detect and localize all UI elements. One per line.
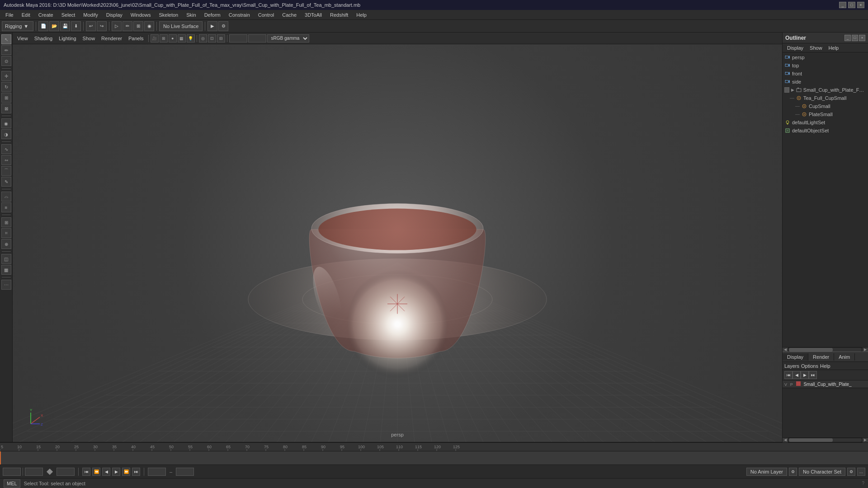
- menu-modify[interactable]: Modify: [80, 11, 101, 19]
- more-tools-button[interactable]: ⋯: [1, 280, 11, 290]
- menu-skeleton[interactable]: Skeleton: [155, 11, 182, 19]
- outliner-minimize-btn[interactable]: _: [844, 35, 851, 41]
- step-forward-button[interactable]: ⏩: [122, 468, 130, 476]
- vp-cam-btn[interactable]: 🎥: [151, 34, 159, 42]
- step-back-button[interactable]: ⏪: [92, 468, 100, 476]
- exposure-input[interactable]: 0.00: [229, 34, 247, 42]
- lasso-select-button[interactable]: ⊙: [1, 56, 11, 66]
- outliner-item-default-object-set[interactable]: defaultObjectSet: [783, 127, 868, 135]
- save-button[interactable]: 💾: [60, 21, 70, 31]
- menu-cache[interactable]: Cache: [278, 11, 300, 19]
- channel-scroll-track[interactable]: [789, 438, 862, 442]
- channel-scroll-left[interactable]: ◀: [783, 438, 788, 442]
- gamma-input[interactable]: 1.00: [248, 34, 266, 42]
- gamma-select[interactable]: sRGB gamma: [267, 34, 309, 42]
- char-set-more-btn[interactable]: …: [857, 468, 865, 476]
- import-button[interactable]: ⬇: [71, 21, 81, 31]
- minimize-button[interactable]: _: [839, 2, 846, 8]
- arc-button[interactable]: ⌓: [1, 192, 11, 202]
- outliner-item-top[interactable]: top: [783, 61, 868, 70]
- soft-mod-button[interactable]: ◉: [1, 118, 11, 128]
- vp-menu-lighting[interactable]: Lighting: [56, 35, 79, 42]
- outliner-close-btn[interactable]: ×: [859, 35, 865, 41]
- menu-edit[interactable]: Edit: [18, 11, 34, 19]
- menu-control[interactable]: Control: [255, 11, 278, 19]
- render-settings-button[interactable]: ⚙: [218, 21, 228, 31]
- menu-3dtall[interactable]: 3DToAll: [301, 11, 326, 19]
- menu-constrain[interactable]: Constrain: [225, 11, 254, 19]
- redo-button[interactable]: ↪: [97, 21, 107, 31]
- render-view-button[interactable]: ▦: [1, 265, 11, 275]
- rotate-tool-button[interactable]: ↻: [1, 82, 11, 92]
- char-set-settings-btn[interactable]: ⚙: [847, 468, 855, 476]
- bezier-button[interactable]: ⌒: [1, 166, 11, 176]
- outliner-scroll-track[interactable]: [789, 348, 862, 352]
- snap-grid-button[interactable]: ⊞: [1, 217, 11, 227]
- universal-manip-button[interactable]: ⊠: [1, 103, 11, 113]
- channel-nav-prev[interactable]: ◀: [793, 371, 801, 379]
- menu-select[interactable]: Select: [58, 11, 79, 19]
- go-to-end-button[interactable]: ⏭: [132, 468, 140, 476]
- outliner-item-tea-full-cup[interactable]: Tea_Full_CupSmall: [783, 94, 868, 102]
- menu-help[interactable]: Help: [353, 11, 370, 19]
- 3d-viewport[interactable]: persp X Y Z: [13, 44, 782, 442]
- select-tool-button[interactable]: ↖: [1, 34, 11, 44]
- outliner-scroll-thumb[interactable]: [789, 348, 833, 352]
- channel-nav-next[interactable]: ▶: [801, 371, 809, 379]
- vp-res-btn[interactable]: ⊡: [208, 34, 216, 42]
- camera-button[interactable]: ◫: [1, 254, 11, 264]
- soft-button[interactable]: ◉: [144, 21, 154, 31]
- vp-smooth-btn[interactable]: ●: [169, 34, 177, 42]
- channel-scroll-right[interactable]: ▶: [863, 438, 868, 442]
- measure-button[interactable]: ≡: [1, 202, 11, 212]
- move-tool-button[interactable]: ✛: [1, 71, 11, 81]
- range-start-input[interactable]: 1: [148, 468, 166, 476]
- range-end-input[interactable]: 200: [176, 468, 194, 476]
- channel-layers-menu[interactable]: Layers: [784, 363, 799, 369]
- live-surface-button[interactable]: No Live Surface: [159, 21, 203, 31]
- new-scene-button[interactable]: 📄: [38, 21, 48, 31]
- anim-layer-settings-btn[interactable]: ⚙: [789, 468, 797, 476]
- cv-curve-button[interactable]: ∿: [1, 144, 11, 154]
- outliner-float-btn[interactable]: □: [852, 35, 858, 41]
- vp-menu-panels[interactable]: Panels: [126, 35, 146, 42]
- channel-options-menu[interactable]: Options: [801, 363, 818, 369]
- play-back-button[interactable]: ◀: [102, 468, 110, 476]
- expand-icon-group[interactable]: ▶: [791, 88, 795, 92]
- timeline-bar[interactable]: [0, 451, 868, 465]
- render-button[interactable]: ▶: [208, 21, 217, 31]
- play-forward-button[interactable]: ▶: [112, 468, 120, 476]
- outliner-item-small-cup-group[interactable]: ▶ Small_Cup_with_Plate_Full_of_: [783, 86, 868, 94]
- mode-dropdown[interactable]: Rigging ▼: [2, 21, 33, 31]
- lasso-button[interactable]: ⊞: [133, 21, 143, 31]
- outliner-scroll-left[interactable]: ◀: [783, 347, 788, 352]
- sculpt-button[interactable]: ◑: [1, 129, 11, 139]
- outliner-item-plate-small[interactable]: PlateSmall: [783, 110, 868, 118]
- outliner-item-default-light-set[interactable]: defaultLightSet: [783, 118, 868, 127]
- open-button[interactable]: 📂: [49, 21, 59, 31]
- menu-skin[interactable]: Skin: [183, 11, 199, 19]
- vp-menu-renderer[interactable]: Renderer: [99, 35, 125, 42]
- menu-windows[interactable]: Windows: [127, 11, 155, 19]
- end-frame-input[interactable]: 120: [57, 468, 75, 476]
- outliner-item-cup-small[interactable]: CupSmall: [783, 102, 868, 110]
- snap-curve-button[interactable]: ⌗: [1, 228, 11, 238]
- vp-menu-show[interactable]: Show: [80, 35, 98, 42]
- vp-menu-shading[interactable]: Shading: [32, 35, 55, 42]
- outliner-item-front[interactable]: front: [783, 70, 868, 78]
- outliner-menu-show[interactable]: Show: [807, 44, 825, 52]
- select-mode-button[interactable]: ▷: [112, 21, 122, 31]
- menu-file[interactable]: File: [2, 11, 17, 19]
- undo-button[interactable]: ↩: [86, 21, 96, 31]
- channel-tab-anim[interactable]: Anim: [834, 353, 855, 361]
- script-type-toggle[interactable]: MEL: [4, 479, 20, 488]
- vp-isolate-btn[interactable]: ◎: [199, 34, 207, 42]
- vp-light-btn[interactable]: 💡: [187, 34, 195, 42]
- menu-display[interactable]: Display: [103, 11, 126, 19]
- current-frame-input[interactable]: 1: [3, 468, 21, 476]
- menu-create[interactable]: Create: [35, 11, 57, 19]
- channel-help-menu[interactable]: Help: [820, 363, 830, 369]
- channel-scroll-thumb[interactable]: [789, 438, 833, 442]
- paint-button[interactable]: ✏: [123, 21, 132, 31]
- go-to-start-button[interactable]: ⏮: [82, 468, 90, 476]
